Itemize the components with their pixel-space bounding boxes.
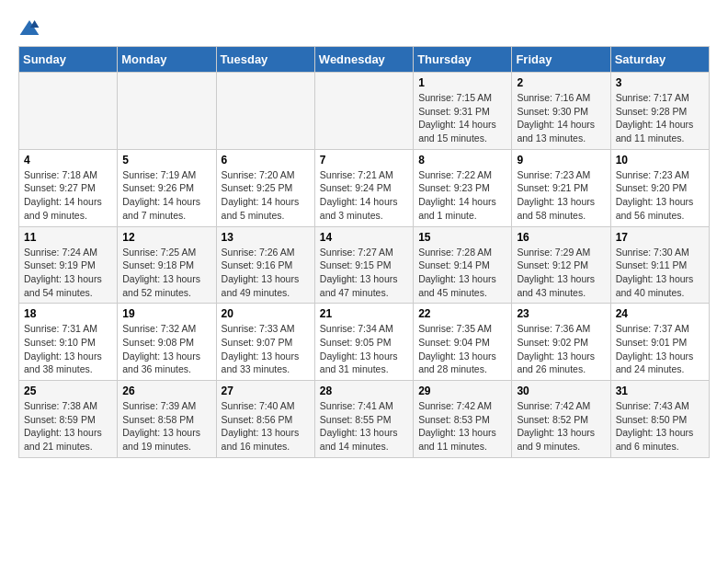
day-number: 28 [320, 385, 408, 397]
day-cell: 25Sunrise: 7:38 AM Sunset: 8:59 PM Dayli… [19, 381, 118, 458]
day-cell [118, 73, 216, 150]
day-info: Sunrise: 7:19 AM Sunset: 9:26 PM Dayligh… [122, 168, 210, 223]
day-number: 29 [418, 385, 506, 397]
day-number: 26 [122, 385, 210, 397]
day-number: 9 [517, 154, 605, 167]
day-cell: 13Sunrise: 7:26 AM Sunset: 9:16 PM Dayli… [216, 226, 314, 304]
day-info: Sunrise: 7:36 AM Sunset: 9:02 PM Dayligh… [517, 322, 605, 376]
day-cell: 7Sunrise: 7:21 AM Sunset: 9:24 PM Daylig… [314, 149, 413, 226]
day-info: Sunrise: 7:26 AM Sunset: 9:16 PM Dayligh… [222, 246, 310, 300]
day-info: Sunrise: 7:29 AM Sunset: 9:12 PM Dayligh… [517, 246, 605, 300]
day-number: 11 [24, 231, 112, 244]
day-info: Sunrise: 7:37 AM Sunset: 9:01 PM Dayligh… [616, 322, 704, 376]
day-cell: 30Sunrise: 7:42 AM Sunset: 8:52 PM Dayli… [512, 381, 610, 458]
day-number: 13 [222, 231, 310, 244]
day-info: Sunrise: 7:42 AM Sunset: 8:52 PM Dayligh… [517, 399, 605, 454]
day-cell: 15Sunrise: 7:28 AM Sunset: 9:14 PM Dayli… [414, 226, 512, 304]
day-info: Sunrise: 7:33 AM Sunset: 9:07 PM Dayligh… [222, 322, 310, 376]
day-number: 10 [616, 154, 704, 167]
day-cell: 31Sunrise: 7:43 AM Sunset: 8:50 PM Dayli… [610, 381, 709, 458]
day-info: Sunrise: 7:21 AM Sunset: 9:24 PM Dayligh… [320, 168, 408, 223]
day-info: Sunrise: 7:24 AM Sunset: 9:19 PM Dayligh… [24, 246, 112, 300]
day-number: 31 [616, 385, 704, 397]
day-cell: 5Sunrise: 7:19 AM Sunset: 9:26 PM Daylig… [118, 149, 216, 226]
day-cell [314, 73, 413, 150]
week-row-1: 1Sunrise: 7:15 AM Sunset: 9:31 PM Daylig… [19, 73, 710, 150]
day-info: Sunrise: 7:23 AM Sunset: 9:21 PM Dayligh… [517, 168, 605, 223]
day-number: 2 [517, 76, 605, 89]
day-number: 15 [418, 231, 506, 244]
day-number: 20 [222, 307, 310, 320]
calendar-header-row: SundayMondayTuesdayWednesdayThursdayFrid… [19, 47, 710, 73]
day-cell: 2Sunrise: 7:16 AM Sunset: 9:30 PM Daylig… [512, 73, 610, 150]
logo [18, 18, 44, 37]
header-section [18, 18, 710, 37]
day-info: Sunrise: 7:15 AM Sunset: 9:31 PM Dayligh… [418, 91, 506, 145]
day-cell: 9Sunrise: 7:23 AM Sunset: 9:21 PM Daylig… [512, 149, 610, 226]
day-number: 25 [24, 385, 112, 397]
day-cell: 29Sunrise: 7:42 AM Sunset: 8:53 PM Dayli… [414, 381, 512, 458]
day-info: Sunrise: 7:32 AM Sunset: 9:08 PM Dayligh… [122, 322, 210, 376]
header-monday: Monday [118, 47, 216, 73]
day-info: Sunrise: 7:35 AM Sunset: 9:04 PM Dayligh… [418, 322, 506, 376]
day-number: 6 [222, 154, 310, 167]
day-cell: 22Sunrise: 7:35 AM Sunset: 9:04 PM Dayli… [414, 304, 512, 381]
week-row-4: 18Sunrise: 7:31 AM Sunset: 9:10 PM Dayli… [19, 304, 710, 381]
day-cell: 27Sunrise: 7:40 AM Sunset: 8:56 PM Dayli… [216, 381, 314, 458]
day-cell: 1Sunrise: 7:15 AM Sunset: 9:31 PM Daylig… [414, 73, 512, 150]
header-saturday: Saturday [610, 47, 709, 73]
day-number: 5 [122, 154, 210, 167]
day-info: Sunrise: 7:34 AM Sunset: 9:05 PM Dayligh… [320, 322, 408, 376]
day-cell: 19Sunrise: 7:32 AM Sunset: 9:08 PM Dayli… [118, 304, 216, 381]
day-info: Sunrise: 7:30 AM Sunset: 9:11 PM Dayligh… [616, 246, 704, 300]
day-info: Sunrise: 7:25 AM Sunset: 9:18 PM Dayligh… [122, 246, 210, 300]
day-info: Sunrise: 7:31 AM Sunset: 9:10 PM Dayligh… [24, 322, 112, 376]
day-cell: 8Sunrise: 7:22 AM Sunset: 9:23 PM Daylig… [414, 149, 512, 226]
day-info: Sunrise: 7:39 AM Sunset: 8:58 PM Dayligh… [122, 399, 210, 454]
logo-icon [18, 18, 40, 37]
day-cell: 23Sunrise: 7:36 AM Sunset: 9:02 PM Dayli… [512, 304, 610, 381]
day-cell: 26Sunrise: 7:39 AM Sunset: 8:58 PM Dayli… [118, 381, 216, 458]
day-number: 19 [122, 307, 210, 320]
day-cell: 16Sunrise: 7:29 AM Sunset: 9:12 PM Dayli… [512, 226, 610, 304]
day-info: Sunrise: 7:22 AM Sunset: 9:23 PM Dayligh… [418, 168, 506, 223]
day-number: 17 [616, 231, 704, 244]
day-cell: 20Sunrise: 7:33 AM Sunset: 9:07 PM Dayli… [216, 304, 314, 381]
day-number: 4 [24, 154, 112, 167]
day-cell: 28Sunrise: 7:41 AM Sunset: 8:55 PM Dayli… [314, 381, 413, 458]
day-number: 24 [616, 307, 704, 320]
day-cell: 14Sunrise: 7:27 AM Sunset: 9:15 PM Dayli… [314, 226, 413, 304]
header-thursday: Thursday [414, 47, 512, 73]
day-info: Sunrise: 7:17 AM Sunset: 9:28 PM Dayligh… [616, 91, 704, 145]
day-cell [216, 73, 314, 150]
header-wednesday: Wednesday [314, 47, 413, 73]
day-cell: 6Sunrise: 7:20 AM Sunset: 9:25 PM Daylig… [216, 149, 314, 226]
day-cell: 3Sunrise: 7:17 AM Sunset: 9:28 PM Daylig… [610, 73, 709, 150]
day-cell: 10Sunrise: 7:23 AM Sunset: 9:20 PM Dayli… [610, 149, 709, 226]
day-info: Sunrise: 7:16 AM Sunset: 9:30 PM Dayligh… [517, 91, 605, 145]
day-number: 3 [616, 76, 704, 89]
week-row-3: 11Sunrise: 7:24 AM Sunset: 9:19 PM Dayli… [19, 226, 710, 304]
header-friday: Friday [512, 47, 610, 73]
day-number: 1 [418, 76, 506, 89]
day-info: Sunrise: 7:43 AM Sunset: 8:50 PM Dayligh… [616, 399, 704, 454]
day-info: Sunrise: 7:40 AM Sunset: 8:56 PM Dayligh… [222, 399, 310, 454]
day-info: Sunrise: 7:38 AM Sunset: 8:59 PM Dayligh… [24, 399, 112, 454]
header-sunday: Sunday [19, 47, 118, 73]
week-row-2: 4Sunrise: 7:18 AM Sunset: 9:27 PM Daylig… [19, 149, 710, 226]
day-cell [19, 73, 118, 150]
day-cell: 18Sunrise: 7:31 AM Sunset: 9:10 PM Dayli… [19, 304, 118, 381]
day-cell: 12Sunrise: 7:25 AM Sunset: 9:18 PM Dayli… [118, 226, 216, 304]
day-number: 12 [122, 231, 210, 244]
day-info: Sunrise: 7:28 AM Sunset: 9:14 PM Dayligh… [418, 246, 506, 300]
day-number: 27 [222, 385, 310, 397]
day-number: 14 [320, 231, 408, 244]
day-number: 30 [517, 385, 605, 397]
day-cell: 21Sunrise: 7:34 AM Sunset: 9:05 PM Dayli… [314, 304, 413, 381]
day-number: 21 [320, 307, 408, 320]
day-number: 8 [418, 154, 506, 167]
day-cell: 4Sunrise: 7:18 AM Sunset: 9:27 PM Daylig… [19, 149, 118, 226]
day-info: Sunrise: 7:20 AM Sunset: 9:25 PM Dayligh… [222, 168, 310, 223]
day-cell: 24Sunrise: 7:37 AM Sunset: 9:01 PM Dayli… [610, 304, 709, 381]
day-number: 23 [517, 307, 605, 320]
